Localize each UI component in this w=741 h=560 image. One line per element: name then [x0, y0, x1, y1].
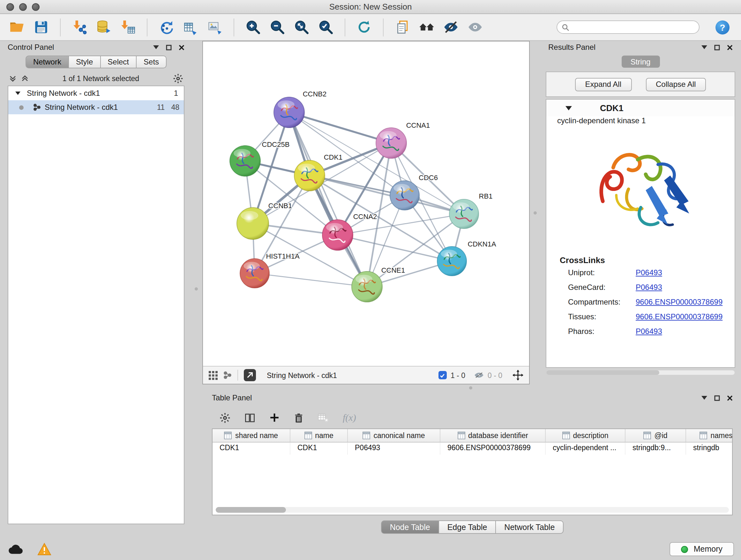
zoom-in-button[interactable] [245, 19, 261, 35]
crosslink-row: Uniprot: P06493 [546, 265, 735, 280]
close-panel-icon[interactable] [727, 44, 733, 50]
column-header[interactable]: database identifier [441, 429, 546, 442]
function-builder-icon[interactable]: f(x) [343, 412, 356, 423]
tissues-link[interactable]: 9606.ENSP00000378699 [636, 312, 723, 321]
close-panel-icon[interactable] [727, 395, 733, 401]
crosslinks-heading: CrossLinks [546, 255, 735, 265]
cell-name[interactable]: CDK1 [290, 442, 348, 455]
import-network-database-button[interactable] [96, 19, 112, 35]
results-scrollbar[interactable] [546, 370, 735, 375]
zoom-selected-button[interactable] [318, 19, 334, 35]
disclosure-triangle-icon[interactable] [15, 91, 20, 95]
uniprot-link[interactable]: P06493 [636, 268, 662, 277]
birdseye-grid-icon[interactable] [209, 371, 218, 380]
table-row[interactable]: CDK1 CDK1 P06493 9606.ENSP00000378699 cy… [212, 442, 732, 455]
warning-icon[interactable] [37, 543, 52, 556]
splitter-handle[interactable] [534, 211, 537, 214]
search-input[interactable] [572, 22, 699, 33]
import-table-file-button[interactable] [120, 19, 136, 35]
compartments-link[interactable]: 9606.ENSP00000378699 [636, 297, 723, 306]
float-panel-icon[interactable] [166, 44, 172, 50]
column-header[interactable]: @id [625, 429, 686, 442]
save-session-button[interactable] [33, 19, 49, 35]
column-header[interactable]: shared name [212, 429, 290, 442]
cell-id[interactable]: stringdb:9... [625, 442, 686, 455]
expand-all-button[interactable]: Expand All [575, 78, 631, 91]
zoom-fit-button[interactable] [293, 19, 310, 35]
close-panel-icon[interactable] [179, 44, 185, 50]
splitter-handle[interactable] [469, 386, 472, 389]
float-panel-icon[interactable] [714, 44, 720, 50]
panel-menu-icon[interactable] [701, 45, 707, 49]
collapse-all-button[interactable]: Collapse All [646, 78, 706, 91]
pan-move-icon[interactable] [513, 370, 523, 381]
zoom-out-button[interactable] [269, 19, 285, 35]
network-collection-row[interactable]: String Network - cdk1 1 [8, 86, 184, 100]
tab-edge-table[interactable]: Edge Table [439, 520, 496, 534]
cell-canonical-name[interactable]: P06493 [348, 442, 441, 455]
splitter-handle[interactable] [195, 287, 198, 291]
float-panel-icon[interactable] [714, 395, 720, 401]
panel-menu-icon[interactable] [153, 45, 159, 49]
show-columns-icon[interactable] [245, 412, 255, 423]
cell-shared-name[interactable]: CDK1 [212, 442, 290, 455]
help-button[interactable]: ? [716, 20, 730, 34]
tab-node-table[interactable]: Node Table [381, 520, 439, 534]
column-header[interactable]: description [546, 429, 625, 442]
export-network-button[interactable] [158, 19, 174, 35]
memory-button[interactable]: Memory [670, 542, 734, 556]
node-attribute-table[interactable]: shared name name canonical name database… [212, 428, 733, 515]
tab-string-results[interactable]: String [621, 56, 660, 68]
pharos-link[interactable]: P06493 [636, 327, 662, 335]
open-session-button[interactable] [9, 19, 25, 35]
gear-icon[interactable] [173, 73, 183, 84]
column-header[interactable]: namespace [686, 429, 733, 442]
table-horizontal-scrollbar[interactable] [216, 507, 729, 513]
refresh-view-button[interactable] [356, 19, 372, 35]
table-panel-title: Table Panel [212, 393, 252, 402]
home-button[interactable] [419, 19, 434, 35]
tab-style[interactable]: Style [69, 56, 100, 68]
control-panel-tabs: Network Style Select Sets [3, 54, 190, 68]
export-image-button[interactable] [207, 19, 223, 35]
network-tree: String Network - cdk1 1 String Network -… [8, 85, 185, 524]
panel-menu-icon[interactable] [701, 396, 707, 400]
column-header[interactable]: name [290, 429, 348, 442]
cell-namespace[interactable]: stringdb [686, 442, 733, 455]
memory-status-dot [681, 546, 688, 553]
svg-text:RB1: RB1 [479, 192, 493, 200]
table-settings-gear-icon[interactable] [219, 412, 230, 423]
results-panel-header: Results Panel [543, 41, 738, 54]
hide-selected-button[interactable] [443, 19, 459, 35]
selected-count-checkbox[interactable] [439, 371, 447, 379]
cytoscape-window: Session: New Session [0, 0, 741, 560]
share-network-icon[interactable] [223, 371, 232, 379]
network-graph[interactable]: CCNB2CCNA1CDC25BCDK1CDC6RB1CCNB1CCNA2CDK… [203, 42, 529, 366]
show-all-button[interactable] [467, 19, 483, 35]
tab-network[interactable]: Network [25, 56, 69, 68]
network-row-selected[interactable]: String Network - cdk1 11 48 [8, 100, 184, 114]
export-table-button[interactable] [183, 19, 199, 35]
protein-result-card: CDK1 cyclin-dependent kinase 1 CrossLink… [546, 99, 735, 368]
duplicate-page-button[interactable] [394, 19, 410, 35]
collapse-all-icon[interactable] [9, 75, 17, 82]
genecard-link[interactable]: P06493 [636, 283, 662, 292]
expand-all-icon[interactable] [21, 75, 29, 82]
add-column-icon[interactable] [269, 413, 280, 423]
cell-database-identifier[interactable]: 9606.ENSP00000378699 [441, 442, 546, 455]
protein-card-header[interactable]: CDK1 [546, 100, 735, 116]
folder-open-icon [9, 19, 25, 35]
column-header[interactable]: canonical name [348, 429, 441, 442]
control-panel: Control Panel Network Style Select Sets … [3, 41, 190, 530]
tab-sets[interactable]: Sets [137, 56, 166, 68]
import-network-file-button[interactable] [71, 19, 87, 35]
collection-count: 1 [174, 89, 184, 98]
cell-description[interactable]: cyclin-dependent ... [546, 442, 625, 455]
open-in-window-button[interactable] [244, 369, 256, 381]
cloud-status-icon[interactable] [7, 543, 24, 555]
tab-network-table[interactable]: Network Table [496, 520, 563, 534]
collapse-section-icon[interactable] [565, 106, 572, 110]
network-canvas[interactable]: CCNB2CCNA1CDC25BCDK1CDC6RB1CCNB1CCNA2CDK… [203, 42, 529, 366]
delete-column-icon[interactable] [293, 412, 304, 423]
tab-select[interactable]: Select [100, 56, 137, 68]
